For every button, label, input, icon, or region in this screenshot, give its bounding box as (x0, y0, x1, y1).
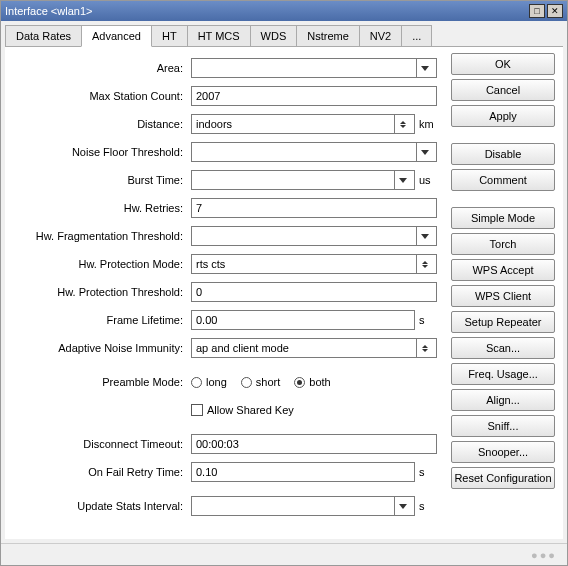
tab-ht-mcs[interactable]: HT MCS (187, 25, 251, 46)
tab-more[interactable]: ... (401, 25, 432, 46)
wps-accept-button[interactable]: WPS Accept (451, 259, 555, 281)
adaptive-noise-immunity-input[interactable]: ap and client mode (191, 338, 437, 358)
km-unit: km (419, 118, 437, 130)
noise-floor-threshold-label: Noise Floor Threshold: (11, 146, 191, 158)
reset-configuration-button[interactable]: Reset Configuration (451, 467, 555, 489)
frame-lifetime-input[interactable]: 0.00 (191, 310, 415, 330)
sniff-button[interactable]: Sniff... (451, 415, 555, 437)
disable-button[interactable]: Disable (451, 143, 555, 165)
hw-frag-threshold-input[interactable] (191, 226, 437, 246)
s-unit-1: s (419, 314, 437, 326)
update-stats-interval-label: Update Stats Interval: (11, 500, 191, 512)
burst-time-label: Burst Time: (11, 174, 191, 186)
adaptive-noise-immunity-label: Adaptive Noise Immunity: (11, 342, 191, 354)
noise-floor-threshold-input[interactable] (191, 142, 437, 162)
update-stats-interval-input[interactable] (191, 496, 415, 516)
align-button[interactable]: Align... (451, 389, 555, 411)
preamble-both-label: both (309, 376, 330, 388)
cancel-button[interactable]: Cancel (451, 79, 555, 101)
max-station-count-label: Max Station Count: (11, 90, 191, 102)
hw-retries-label: Hw. Retries: (11, 202, 191, 214)
torch-button[interactable]: Torch (451, 233, 555, 255)
preamble-long-label: long (206, 376, 227, 388)
wps-client-button[interactable]: WPS Client (451, 285, 555, 307)
tab-ht[interactable]: HT (151, 25, 188, 46)
titlebar-buttons: □ ✕ (529, 4, 563, 18)
titlebar: Interface <wlan1> □ ✕ (1, 1, 567, 21)
preamble-mode-label: Preamble Mode: (11, 376, 191, 388)
allow-shared-key-checkbox[interactable]: Allow Shared Key (191, 404, 294, 416)
window-title: Interface <wlan1> (5, 5, 529, 17)
on-fail-retry-time-label: On Fail Retry Time: (11, 466, 191, 478)
preamble-both-radio[interactable]: both (294, 376, 330, 388)
allow-shared-key-label: Allow Shared Key (207, 404, 294, 416)
max-station-count-input[interactable]: 2007 (191, 86, 437, 106)
dropdown-icon[interactable] (394, 171, 410, 189)
panel: Area: Max Station Count: 2007 (5, 46, 563, 539)
s-unit-3: s (419, 500, 437, 512)
tab-nv2[interactable]: NV2 (359, 25, 402, 46)
distance-input[interactable]: indoors (191, 114, 415, 134)
frame-lifetime-label: Frame Lifetime: (11, 314, 191, 326)
tabs: Data Rates Advanced HT HT MCS WDS Nstrem… (1, 21, 567, 46)
burst-time-input[interactable] (191, 170, 415, 190)
close-button[interactable]: ✕ (547, 4, 563, 18)
setup-repeater-button[interactable]: Setup Repeater (451, 311, 555, 333)
snooper-button[interactable]: Snooper... (451, 441, 555, 463)
button-column: OK Cancel Apply Disable Comment Simple M… (443, 47, 563, 539)
tab-data-rates[interactable]: Data Rates (5, 25, 82, 46)
preamble-short-label: short (256, 376, 280, 388)
window: Interface <wlan1> □ ✕ Data Rates Advance… (0, 0, 568, 566)
freq-usage-button[interactable]: Freq. Usage... (451, 363, 555, 385)
checkbox-icon (191, 404, 203, 416)
hw-protection-mode-input[interactable]: rts cts (191, 254, 437, 274)
distance-label: Distance: (11, 118, 191, 130)
scan-button[interactable]: Scan... (451, 337, 555, 359)
updown-icon[interactable] (394, 115, 410, 133)
form-area: Area: Max Station Count: 2007 (5, 47, 443, 539)
apply-button[interactable]: Apply (451, 105, 555, 127)
radio-icon (191, 377, 202, 388)
dropdown-icon[interactable] (416, 143, 432, 161)
minimize-button[interactable]: □ (529, 4, 545, 18)
dropdown-icon[interactable] (416, 59, 432, 77)
hw-protection-mode-label: Hw. Protection Mode: (11, 258, 191, 270)
radio-icon (241, 377, 252, 388)
statusbar: ●●● (1, 543, 567, 565)
updown-icon[interactable] (416, 255, 432, 273)
hw-protection-threshold-label: Hw. Protection Threshold: (11, 286, 191, 298)
tab-advanced[interactable]: Advanced (81, 25, 152, 47)
updown-icon[interactable] (416, 339, 432, 357)
dropdown-icon[interactable] (416, 227, 432, 245)
content: Data Rates Advanced HT HT MCS WDS Nstrem… (1, 21, 567, 565)
simple-mode-button[interactable]: Simple Mode (451, 207, 555, 229)
area-input[interactable] (191, 58, 437, 78)
us-unit: us (419, 174, 437, 186)
preamble-mode-group: long short both (191, 376, 331, 388)
area-label: Area: (11, 62, 191, 74)
preamble-long-radio[interactable]: long (191, 376, 227, 388)
hw-retries-input[interactable]: 7 (191, 198, 437, 218)
on-fail-retry-time-input[interactable]: 0.10 (191, 462, 415, 482)
preamble-short-radio[interactable]: short (241, 376, 280, 388)
tab-nstreme[interactable]: Nstreme (296, 25, 360, 46)
s-unit-2: s (419, 466, 437, 478)
ok-button[interactable]: OK (451, 53, 555, 75)
hw-protection-threshold-input[interactable]: 0 (191, 282, 437, 302)
comment-button[interactable]: Comment (451, 169, 555, 191)
tab-wds[interactable]: WDS (250, 25, 298, 46)
disconnect-timeout-input[interactable]: 00:00:03 (191, 434, 437, 454)
radio-icon (294, 377, 305, 388)
hw-frag-threshold-label: Hw. Fragmentation Threshold: (11, 230, 191, 242)
dropdown-icon[interactable] (394, 497, 410, 515)
disconnect-timeout-label: Disconnect Timeout: (11, 438, 191, 450)
